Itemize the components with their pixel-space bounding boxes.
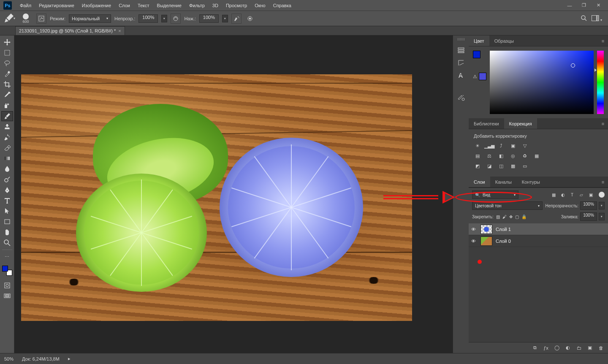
menu-window[interactable]: Окно <box>251 0 269 11</box>
menu-layers[interactable]: Слои <box>115 0 134 11</box>
brush-settings-panel-icon[interactable] <box>456 93 466 102</box>
tab-color[interactable]: Цвет <box>469 35 489 46</box>
lock-pixels-icon[interactable]: 🖌 <box>502 215 507 219</box>
magic-wand-tool[interactable] <box>1 69 13 79</box>
new-layer-icon[interactable]: ▣ <box>587 345 593 350</box>
adjustment-layer-icon[interactable]: ◐ <box>565 345 571 350</box>
properties-panel-icon[interactable] <box>456 58 466 68</box>
lock-transparency-icon[interactable]: ▨ <box>496 215 500 219</box>
menu-file[interactable]: Файл <box>16 0 35 11</box>
history-brush-tool[interactable] <box>1 132 13 142</box>
adj-selective-icon[interactable]: ▩ <box>509 162 517 170</box>
link-layers-icon[interactable]: ⧉ <box>532 345 538 350</box>
hand-tool[interactable] <box>1 227 13 237</box>
move-tool[interactable] <box>1 37 13 47</box>
lock-artboard-icon[interactable]: ▢ <box>515 215 519 219</box>
adj-threshold-icon[interactable]: ◫ <box>497 162 505 170</box>
close-button[interactable]: ✕ <box>594 2 602 9</box>
layer-fill-input[interactable]: 100% <box>580 212 597 221</box>
adj-exposure-icon[interactable]: ▣ <box>509 142 517 149</box>
filter-pixel-icon[interactable]: ▦ <box>551 192 556 198</box>
layer-row[interactable]: 👁 Слой 1 <box>469 223 608 235</box>
lock-all-icon[interactable]: 🔒 <box>521 215 527 219</box>
adj-lookup-icon[interactable]: ▦ <box>533 152 540 160</box>
flow-dropdown[interactable]: ▾ <box>222 15 228 22</box>
layer-name-label[interactable]: Слой 1 <box>496 227 511 232</box>
brush-preset-picker[interactable]: 600 <box>19 11 33 26</box>
document-tab[interactable]: 2133091_1920.jpg @ 50% (Слой 1, RGB/8#) … <box>15 26 125 35</box>
crop-tool[interactable] <box>1 79 13 90</box>
menu-edit[interactable]: Редактирование <box>35 0 78 11</box>
menu-select[interactable]: Выделение <box>153 0 185 11</box>
rectangle-tool[interactable] <box>1 217 13 227</box>
airbrush-button[interactable] <box>231 14 242 24</box>
workspace-switcher[interactable]: ▾ <box>592 15 602 22</box>
maximize-button[interactable]: ❐ <box>580 2 588 9</box>
filter-adjust-icon[interactable]: ◐ <box>560 192 566 198</box>
filter-shape-icon[interactable]: ▱ <box>578 192 584 198</box>
history-panel-icon[interactable] <box>456 46 466 55</box>
type-tool[interactable] <box>1 196 13 206</box>
layer-blend-mode-select[interactable]: Цветовой тон▾ <box>472 201 543 210</box>
edit-toolbar-button[interactable]: ⋯ <box>1 252 13 262</box>
tab-swatches[interactable]: Образцы <box>489 35 519 46</box>
layers-panel-menu[interactable]: ≡ <box>598 177 608 187</box>
adjust-panel-menu[interactable]: ≡ <box>598 118 608 129</box>
character-panel-icon[interactable] <box>456 71 466 80</box>
adj-vibrance-icon[interactable]: ▽ <box>521 142 529 149</box>
adj-bw-icon[interactable]: ◧ <box>497 152 505 160</box>
filter-smart-icon[interactable]: ▣ <box>588 192 594 198</box>
quick-mask-button[interactable] <box>1 280 13 291</box>
gradient-tool[interactable] <box>1 153 13 163</box>
marquee-tool[interactable] <box>1 48 13 58</box>
layer-row[interactable]: 👁 Слой 0 <box>469 235 608 247</box>
adj-gradient-map-icon[interactable]: ▭ <box>521 162 529 170</box>
layer-filter-select[interactable]: 🔍Вид▾ <box>472 190 518 199</box>
blur-tool[interactable] <box>1 164 13 174</box>
lock-position-icon[interactable]: ✥ <box>509 215 513 219</box>
tab-channels[interactable]: Каналы <box>490 177 517 187</box>
menu-view[interactable]: Просмотр <box>222 0 251 11</box>
group-icon[interactable]: 🗀 <box>576 345 582 350</box>
layer-mask-icon[interactable]: ◯ <box>554 345 560 350</box>
tab-paths[interactable]: Контуры <box>517 177 545 187</box>
brush-panel-toggle[interactable] <box>36 14 46 24</box>
color-field[interactable] <box>490 51 594 114</box>
clone-stamp-tool[interactable] <box>1 122 13 132</box>
menu-text[interactable]: Текст <box>134 0 153 11</box>
visibility-toggle[interactable]: 👁 <box>471 239 477 244</box>
lasso-tool[interactable] <box>1 58 13 68</box>
filter-toggle[interactable] <box>599 192 605 198</box>
layer-fill-dropdown[interactable]: ▾ <box>599 213 605 220</box>
adj-balance-icon[interactable]: ⚖ <box>486 152 493 160</box>
adj-invert-icon[interactable]: ◩ <box>474 162 481 170</box>
blend-mode-select[interactable]: Нормальный▾ <box>69 14 111 23</box>
visibility-toggle[interactable]: 👁 <box>471 227 477 232</box>
opacity-input[interactable]: 100% <box>138 14 158 23</box>
adj-levels-icon[interactable]: ▁▃▅ <box>486 142 493 149</box>
status-disclosure[interactable]: ▸ <box>68 356 71 361</box>
layer-style-icon[interactable]: ƒx <box>543 345 549 350</box>
foreground-color-swatch[interactable] <box>2 266 8 272</box>
layer-thumbnail[interactable] <box>480 225 492 234</box>
minimize-button[interactable]: — <box>566 2 573 9</box>
menu-filter[interactable]: Фильтр <box>185 0 209 11</box>
screen-mode-button[interactable] <box>1 291 13 301</box>
tab-layers[interactable]: Слои <box>469 177 490 187</box>
layer-opacity-input[interactable]: 100% <box>580 201 597 210</box>
current-tool-icon[interactable]: ▾ <box>3 13 15 24</box>
delete-layer-icon[interactable]: 🗑 <box>598 345 604 350</box>
path-selection-tool[interactable] <box>1 206 13 216</box>
layer-name-label[interactable]: Слой 0 <box>496 239 511 244</box>
adj-posterize-icon[interactable]: ◪ <box>486 162 493 170</box>
search-icon[interactable] <box>581 15 587 22</box>
document-canvas[interactable] <box>21 74 412 321</box>
adj-photofilter-icon[interactable]: ◎ <box>509 152 517 160</box>
dodge-tool[interactable] <box>1 174 13 185</box>
color-panel-menu[interactable]: ≡ <box>598 35 608 46</box>
menu-help[interactable]: Справка <box>269 0 295 11</box>
layer-opacity-dropdown[interactable]: ▾ <box>599 202 605 209</box>
adj-brightness-icon[interactable]: ☀ <box>474 142 481 149</box>
filter-type-icon[interactable]: T <box>569 192 575 198</box>
color-fg-swatch[interactable] <box>473 51 480 58</box>
